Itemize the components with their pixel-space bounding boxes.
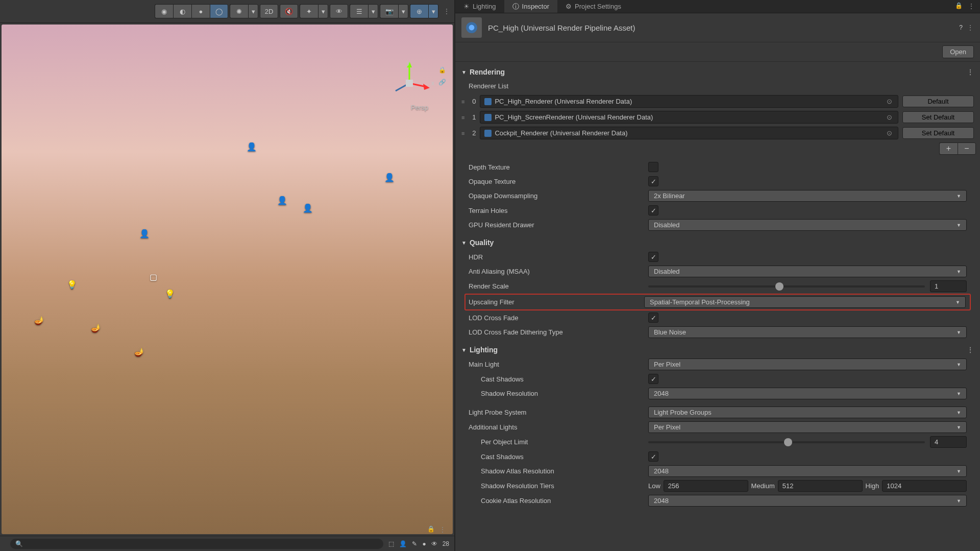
opaque-texture-label: Opaque Texture (469, 178, 648, 185)
open-button[interactable]: Open (942, 45, 974, 58)
scene-bottom-more-icon[interactable]: ⋮ (439, 525, 446, 534)
gizmo-dropdown[interactable]: ▾ (428, 4, 438, 18)
main-light-dropdown[interactable]: Per Pixel▼ (648, 358, 967, 370)
shadow-res-label: Shadow Resolution (481, 390, 648, 397)
renderer-row: ≡ 2 Cockpit_Renderer (Universal Renderer… (459, 126, 976, 140)
terrain-holes-checkbox[interactable]: ✓ (648, 205, 658, 215)
scene-lit-button[interactable]: ● (191, 4, 210, 18)
tier-med-label: Medium (751, 482, 775, 490)
upscaling-filter-row: Upscaling FilterSpatial-Temporal Post-Pr… (464, 294, 971, 310)
tab-project-settings[interactable]: ⚙Project Settings (557, 0, 629, 13)
opaque-texture-checkbox[interactable]: ✓ (648, 176, 658, 186)
rendering-section-header[interactable]: ▼ Rendering ⋮ (459, 65, 976, 79)
scene-more-icon[interactable]: ⋮ (443, 7, 450, 15)
section-more-icon[interactable]: ⋮ (967, 68, 974, 76)
visibility-button[interactable]: 👁 (330, 4, 348, 18)
terrain-holes-label: Terrain Holes (469, 207, 648, 214)
audio-toggle[interactable]: 🔇 (280, 4, 298, 18)
fx-button[interactable]: ✦ (300, 4, 318, 18)
light-probe-dropdown[interactable]: Light Probe Groups▼ (648, 406, 967, 418)
lod-dither-label: LOD Cross Fade Dithering Type (469, 328, 648, 336)
tab-lighting[interactable]: ☀Lighting (455, 0, 504, 13)
additional-lights-dropdown[interactable]: Per Pixel▼ (648, 421, 967, 433)
two-d-toggle[interactable]: 2D (260, 4, 278, 18)
asset-icon (461, 17, 482, 38)
tab-inspector[interactable]: ⓘInspector (504, 0, 557, 13)
asset-more-icon[interactable]: ⋮ (967, 23, 974, 32)
hdr-checkbox[interactable]: ✓ (648, 252, 658, 262)
set-default-button[interactable]: Set Default (902, 127, 974, 139)
shadow-res-dropdown[interactable]: 2048▼ (648, 388, 967, 399)
tier-med-input[interactable]: 512 (778, 480, 863, 492)
scene-view-mode-button[interactable]: ◐ (173, 4, 191, 18)
object-picker-icon[interactable]: ⊙ (885, 98, 894, 105)
renderer-object-field[interactable]: PC_High_Renderer (Universal Renderer Dat… (480, 95, 898, 108)
quality-section-header[interactable]: ▼ Quality (459, 235, 976, 250)
add-renderer-button[interactable]: + (939, 142, 958, 155)
probe-icon: ▢ (150, 272, 161, 283)
renderer-object-field[interactable]: PC_High_ScreenRenderer (Universal Render… (480, 111, 898, 124)
status-icon[interactable]: ✎ (412, 540, 417, 547)
object-picker-icon[interactable]: ⊙ (885, 129, 894, 137)
search-input[interactable]: 🔍 (10, 539, 383, 549)
remove-renderer-button[interactable]: − (958, 142, 976, 155)
shading-mode-button[interactable]: ◉ (155, 4, 173, 18)
hdr-label: HDR (469, 253, 648, 261)
tier-low-input[interactable]: 256 (664, 480, 748, 492)
cookie-atlas-dropdown[interactable]: 2048▼ (648, 495, 967, 507)
cast-shadows-checkbox[interactable]: ✓ (648, 374, 658, 384)
status-icon[interactable]: 👁 (431, 540, 437, 547)
drag-handle-icon[interactable]: ≡ (461, 99, 464, 105)
tier-high-input[interactable]: 1024 (882, 480, 967, 492)
asset-header: PC_High (Universal Render Pipeline Asset… (455, 13, 980, 42)
drag-handle-icon[interactable]: ≡ (461, 130, 464, 136)
shadow-atlas-dropdown[interactable]: 2048▼ (648, 465, 967, 477)
depth-texture-checkbox[interactable] (648, 162, 658, 172)
lod-dither-dropdown[interactable]: Blue Noise▼ (648, 326, 967, 338)
upscaling-filter-dropdown[interactable]: Spatial-Temporal Post-Processing▼ (644, 296, 966, 308)
gizmo-button[interactable]: ⊕ (410, 4, 428, 18)
upscaling-filter-label: Upscaling Filter (469, 298, 644, 306)
gpu-drawer-dropdown[interactable]: Disabled▼ (648, 219, 967, 231)
layers-button[interactable]: ☰ (350, 4, 368, 18)
lock-icon[interactable]: 🔒 (955, 2, 963, 11)
inspector-body[interactable]: ▼ Rendering ⋮ Renderer List ≡ 0 PC_High_… (455, 62, 980, 551)
render-scale-value[interactable]: 1 (930, 280, 967, 292)
cast-shadows-label: Cast Shadows (481, 375, 648, 383)
lod-crossfade-label: LOD Cross Fade (469, 314, 648, 322)
lighting-section-header[interactable]: ▼ Lighting ⋮ (459, 343, 976, 357)
opaque-downsampling-dropdown[interactable]: 2x Bilinear▼ (648, 190, 967, 202)
per-object-limit-value[interactable]: 4 (930, 436, 967, 448)
renderer-object-field[interactable]: Cockpit_Renderer (Universal Renderer Dat… (480, 127, 898, 139)
camera-dropdown[interactable]: ▾ (398, 4, 408, 18)
scene-wireframe-button[interactable]: ◯ (210, 4, 228, 18)
per-object-limit-label: Per Object Limit (481, 438, 648, 446)
object-icon (484, 114, 492, 121)
status-icon[interactable]: ⬚ (388, 540, 394, 547)
help-icon[interactable]: ? (959, 24, 963, 31)
tab-more-icon[interactable]: ⋮ (968, 2, 975, 11)
set-default-button[interactable]: Set Default (902, 111, 974, 123)
fx-dropdown[interactable]: ▾ (318, 4, 328, 18)
default-button[interactable]: Default (902, 95, 974, 107)
debug-button[interactable]: ✺ (230, 4, 248, 18)
msaa-dropdown[interactable]: Disabled▼ (648, 266, 967, 277)
section-more-icon[interactable]: ⋮ (967, 346, 974, 354)
render-scale-slider[interactable] (648, 285, 925, 288)
drag-handle-icon[interactable]: ≡ (461, 114, 464, 121)
debug-dropdown[interactable]: ▾ (248, 4, 258, 18)
lod-crossfade-checkbox[interactable]: ✓ (648, 313, 658, 323)
cast-shadows2-checkbox[interactable]: ✓ (648, 451, 658, 462)
object-picker-icon[interactable]: ⊙ (885, 113, 894, 121)
status-icon[interactable]: 👤 (399, 540, 407, 547)
per-object-limit-slider[interactable] (648, 441, 925, 443)
tab-bar: ☀Lighting ⓘInspector ⚙Project Settings 🔒… (455, 0, 980, 13)
scene-viewport[interactable]: y x 🔒 🔗 Persp 👤 👤 👤 👤 👤 💡 💡 🪔 🪔 🪔 ▢ (2, 25, 453, 534)
status-count: 28 (443, 540, 449, 547)
layers-dropdown[interactable]: ▾ (368, 4, 378, 18)
tier-high-label: High (866, 482, 879, 490)
msaa-label: Anti Aliasing (MSAA) (469, 268, 648, 275)
status-icon[interactable]: ● (422, 540, 426, 547)
camera-button[interactable]: 📷 (380, 4, 398, 18)
lock-scene-icon[interactable]: 🔒 (427, 525, 435, 534)
